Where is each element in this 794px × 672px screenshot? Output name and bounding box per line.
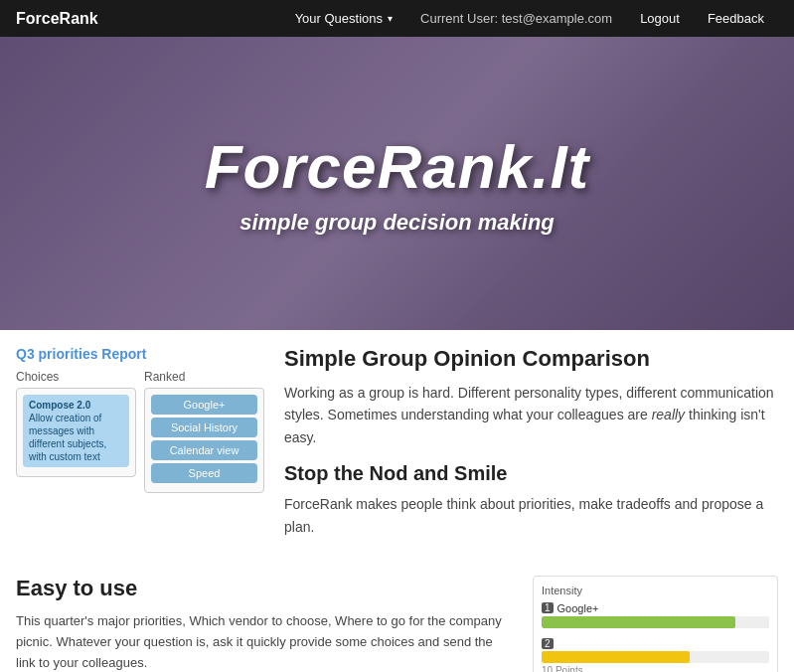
chart-item-label: 2 xyxy=(542,638,769,649)
list-item[interactable]: Compose 2.0Allow creation of messages wi… xyxy=(23,395,129,467)
bottom-right: Intensity 1 Google+ 2 10 Points xyxy=(533,576,778,672)
main-content: Q3 priorities Report Choices Compose 2.0… xyxy=(0,330,794,552)
choices-column: Choices Compose 2.0Allow creation of mes… xyxy=(16,370,136,493)
hero-banner: ForceRank.It simple group decision makin… xyxy=(0,37,794,330)
list-item[interactable]: Speed xyxy=(151,463,257,483)
ranked-column: Ranked Google+ Social History Calendar v… xyxy=(144,370,264,493)
brand-logo[interactable]: ForceRank xyxy=(16,10,98,28)
bottom-section: Easy to use This quarter's major priorit… xyxy=(0,560,794,672)
list-item[interactable]: Google+ xyxy=(151,395,257,415)
report-link[interactable]: Report xyxy=(101,346,146,362)
main-para2: ForceRank makes people think about prior… xyxy=(284,493,778,538)
chart-title: Intensity xyxy=(542,585,769,596)
chevron-down-icon: ▾ xyxy=(388,13,393,24)
right-panel: Simple Group Opinion Comparison Working … xyxy=(284,346,778,552)
bottom-left: Easy to use This quarter's major priorit… xyxy=(16,576,513,672)
navigation: ForceRank Your Questions ▾ Current User:… xyxy=(0,0,794,37)
hero-subtitle: simple group decision making xyxy=(239,210,555,236)
chart-bar-container xyxy=(542,651,769,663)
main-para1: Working as a group is hard. Different pe… xyxy=(284,382,778,448)
hero-title: ForceRank.It xyxy=(205,131,590,202)
priorities-header: Q3 priorities Report xyxy=(16,346,264,362)
choices-box[interactable]: Compose 2.0Allow creation of messages wi… xyxy=(16,388,136,477)
chart-bar xyxy=(542,651,690,663)
ranked-box[interactable]: Google+ Social History Calendar view Spe… xyxy=(144,388,264,493)
chart-bar xyxy=(542,616,735,628)
main-heading2: Stop the Nod and Smile xyxy=(284,462,778,485)
choices-label: Choices xyxy=(16,370,136,384)
chart-row: 2 10 Points xyxy=(542,638,769,672)
ranked-label: Ranked xyxy=(144,370,264,384)
your-questions-nav[interactable]: Your Questions ▾ xyxy=(281,0,406,37)
list-item[interactable]: Calendar view xyxy=(151,440,257,460)
chart-item-label: 1 Google+ xyxy=(542,602,769,614)
easy-to-use-para: This quarter's major priorities, Which v… xyxy=(16,611,513,672)
drag-area: Choices Compose 2.0Allow creation of mes… xyxy=(16,370,264,493)
intensity-chart: Intensity 1 Google+ 2 10 Points xyxy=(533,576,778,672)
list-item[interactable]: Social History xyxy=(151,418,257,437)
nav-links: Your Questions ▾ Current User: test@exam… xyxy=(281,0,778,37)
current-user-display: Current User: test@example.com xyxy=(406,0,626,37)
feedback-button[interactable]: Feedback xyxy=(694,0,778,37)
chart-row: 1 Google+ xyxy=(542,602,769,628)
chart-sub-label: 10 Points xyxy=(542,665,769,672)
chart-bar-container xyxy=(542,616,769,628)
left-panel: Q3 priorities Report Choices Compose 2.0… xyxy=(16,346,264,552)
main-heading: Simple Group Opinion Comparison xyxy=(284,346,778,372)
easy-to-use-heading: Easy to use xyxy=(16,576,513,601)
logout-button[interactable]: Logout xyxy=(626,0,694,37)
